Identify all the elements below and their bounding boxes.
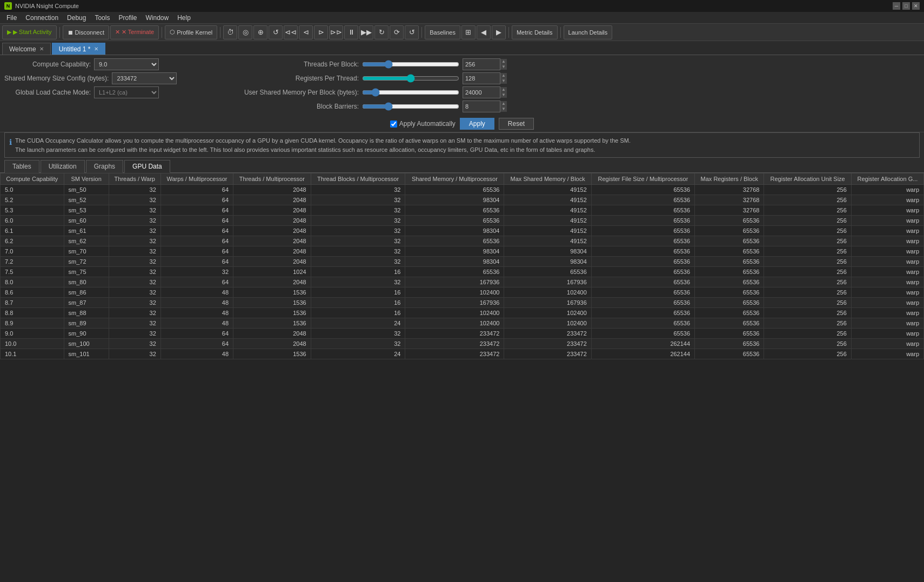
table-cell: 48	[160, 298, 233, 308]
table-cell: warp	[851, 318, 923, 329]
user-shared-memory-input[interactable]	[463, 86, 500, 98]
toolbar-icon-9[interactable]: ⏸	[344, 25, 358, 39]
menu-tools[interactable]: Tools	[90, 13, 114, 23]
apply-button[interactable]: Apply	[460, 118, 494, 130]
table-cell: 256	[764, 257, 851, 267]
close-button[interactable]: ✕	[912, 2, 920, 10]
minimize-button[interactable]: ─	[893, 2, 900, 10]
block-barriers-input[interactable]	[463, 101, 500, 112]
maximize-button[interactable]: □	[902, 2, 910, 10]
threads-per-block-input[interactable]	[463, 58, 500, 70]
toolbar-nav-right[interactable]: ▶	[492, 25, 506, 39]
gpu-data-table-wrapper[interactable]: Compute Capability SM Version Threads / …	[0, 173, 924, 582]
menu-window[interactable]: Window	[141, 13, 173, 23]
toolbar-nav-left[interactable]: ◀	[477, 25, 491, 39]
table-cell: 32	[109, 205, 160, 216]
threads-per-block-slider[interactable]	[362, 60, 459, 69]
table-cell: 5.2	[1, 195, 64, 205]
tab-gpu-data[interactable]: GPU Data	[124, 160, 170, 173]
table-cell: 256	[764, 236, 851, 246]
table-cell: warp	[851, 267, 923, 277]
table-cell: 64	[160, 257, 233, 267]
table-cell: 262144	[591, 339, 694, 349]
registers-up-arrow[interactable]: ▲	[500, 73, 507, 78]
block-barriers-slider[interactable]	[362, 102, 459, 111]
table-cell: 8.9	[1, 318, 64, 329]
terminate-button[interactable]: ✕ ✕ Terminate	[110, 25, 159, 39]
table-cell: 167936	[504, 277, 591, 287]
toolbar-icon-13[interactable]: ↺	[405, 25, 419, 39]
user-shared-up-arrow[interactable]: ▲	[500, 87, 507, 92]
profile-icon: ⬡	[170, 29, 175, 36]
apply-auto-label[interactable]: Apply Automatically	[390, 120, 456, 128]
toolbar-icon-12[interactable]: ⟳	[390, 25, 404, 39]
tab-tables[interactable]: Tables	[4, 160, 39, 173]
table-cell: 32	[311, 205, 405, 216]
metric-details-button[interactable]: Metric Details	[512, 25, 558, 39]
apply-auto-checkbox[interactable]	[390, 121, 397, 128]
start-activity-button[interactable]: ▶ ▶ Start Activity	[2, 25, 57, 39]
table-cell: 32	[109, 298, 160, 308]
toolbar-icon-4[interactable]: ↺	[269, 25, 283, 39]
table-cell: 8.7	[1, 298, 64, 308]
table-cell: 32	[311, 236, 405, 246]
barriers-down-arrow[interactable]: ▼	[500, 106, 507, 112]
table-cell: sm_100	[64, 339, 109, 349]
barriers-up-arrow[interactable]: ▲	[500, 101, 507, 106]
toolbar-icon-3[interactable]: ⊕	[253, 25, 267, 39]
table-cell: 8.0	[1, 277, 64, 287]
threads-up-arrow[interactable]: ▲	[500, 59, 507, 64]
menu-file[interactable]: File	[2, 13, 21, 23]
toolbar-icon-11[interactable]: ↻	[374, 25, 389, 39]
user-shared-memory-slider[interactable]	[362, 88, 459, 97]
table-cell: 102400	[504, 287, 591, 298]
table-cell: 65536	[695, 318, 764, 329]
table-cell: 256	[764, 216, 851, 226]
table-cell: sm_89	[64, 318, 109, 329]
registers-per-thread-input[interactable]	[463, 72, 500, 84]
table-cell: warp	[851, 205, 923, 216]
menu-help[interactable]: Help	[173, 13, 195, 23]
compute-capability-select[interactable]: 9.0	[94, 58, 159, 70]
toolbar-icon-10[interactable]: ▶▶	[359, 25, 373, 39]
table-cell: 32	[109, 195, 160, 205]
toolbar-icon-2[interactable]: ◎	[238, 25, 252, 39]
table-cell: 32	[311, 277, 405, 287]
tab-welcome-close[interactable]: ✕	[39, 46, 44, 52]
col-threads-warp: Threads / Warp	[109, 173, 160, 185]
toolbar-icon-5[interactable]: ⊲⊲	[284, 25, 298, 39]
menu-debug[interactable]: Debug	[63, 13, 90, 23]
table-cell: 65536	[591, 205, 694, 216]
toolbar-icon-7[interactable]: ⊳	[314, 25, 328, 39]
table-cell: 9.0	[1, 329, 64, 339]
table-cell: 1536	[233, 287, 311, 298]
table-cell: 1536	[233, 318, 311, 329]
toolbar-icon-6[interactable]: ⊲	[299, 25, 313, 39]
table-cell: 32	[109, 318, 160, 329]
registers-per-thread-slider[interactable]	[362, 74, 459, 83]
global-cache-select[interactable]: L1+L2 (ca)	[94, 86, 159, 98]
threads-down-arrow[interactable]: ▼	[500, 64, 507, 70]
launch-details-button[interactable]: Launch Details	[564, 25, 613, 39]
toolbar-icon-14[interactable]: ⊞	[461, 25, 476, 39]
menu-connection[interactable]: Connection	[21, 13, 63, 23]
data-tabs: Tables Utilization Graphs GPU Data	[0, 160, 924, 173]
baselines-button[interactable]: Baselines	[425, 25, 460, 39]
table-cell: 32768	[695, 195, 764, 205]
registers-down-arrow[interactable]: ▼	[500, 78, 507, 84]
toolbar-icon-8[interactable]: ⊳⊳	[329, 25, 343, 39]
user-shared-memory-label: User Shared Memory Per Block (bytes):	[218, 89, 359, 96]
reset-button[interactable]: Reset	[499, 118, 534, 130]
tab-utilization[interactable]: Utilization	[41, 160, 85, 173]
tab-untitled1-close[interactable]: ✕	[94, 46, 98, 52]
profile-kernel-button[interactable]: ⬡ Profile Kernel	[165, 25, 217, 39]
table-cell: 167936	[405, 298, 504, 308]
toolbar-icon-1[interactable]: ⏱	[223, 25, 237, 39]
tab-welcome[interactable]: Welcome ✕	[2, 43, 51, 55]
menu-profile[interactable]: Profile	[114, 13, 141, 23]
user-shared-down-arrow[interactable]: ▼	[500, 92, 507, 98]
disconnect-button[interactable]: ⏹ Disconnect	[63, 25, 109, 39]
shared-memory-select[interactable]: 233472	[112, 72, 177, 84]
tab-untitled1[interactable]: Untitled 1 * ✕	[52, 43, 105, 55]
tab-graphs[interactable]: Graphs	[86, 160, 123, 173]
